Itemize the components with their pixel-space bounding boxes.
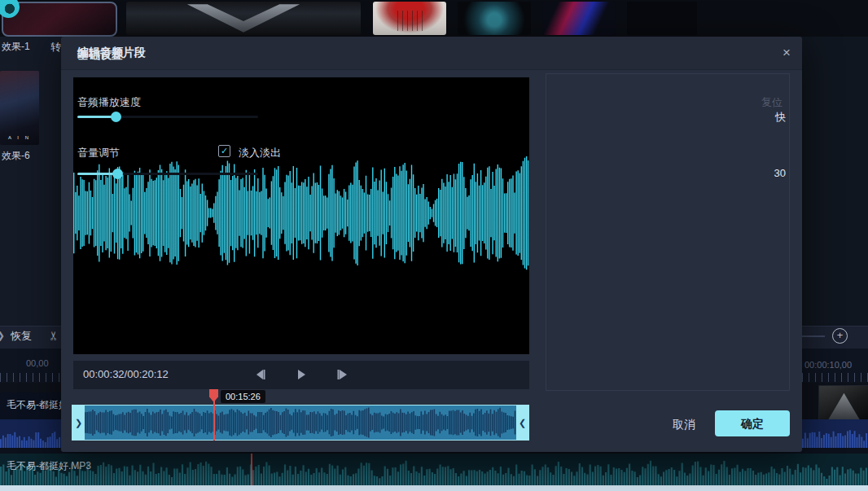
audio-waveform — [802, 419, 868, 448]
playback-controls-bar: 00:00:32/00:20:12 — [73, 361, 529, 389]
scissors-cut-icon[interactable]: ✂ — [46, 331, 61, 341]
audio-track-fragment[interactable] — [802, 419, 868, 448]
previous-frame-button[interactable] — [251, 365, 270, 384]
effect-item-label: 效果-6 — [2, 149, 30, 163]
horizontal-scrollbar[interactable] — [0, 485, 868, 491]
media-thumbnail[interactable] — [542, 2, 616, 35]
check-icon: ✓ — [219, 146, 230, 156]
chevron-right-icon: ❯ — [0, 330, 5, 341]
trim-start-handle[interactable]: ❯ — [72, 406, 85, 440]
cancel-button[interactable]: 取消 — [660, 413, 708, 436]
play-button[interactable] — [292, 365, 311, 384]
trim-end-handle[interactable]: ❮ — [516, 406, 528, 440]
edit-audio-clip-dialog: 编辑音频片段 × 00:00:32/00:20:12 ❯ — [61, 37, 802, 452]
speed-slider[interactable] — [77, 116, 258, 118]
audio-track-fragment[interactable] — [0, 419, 61, 448]
media-library-bar — [0, 0, 868, 37]
reset-button[interactable]: 复位 — [761, 95, 783, 110]
fade-checkbox[interactable]: ✓ — [218, 145, 230, 157]
dialog-header — [61, 37, 802, 70]
chevron-left-icon: ❮ — [519, 418, 526, 428]
audio-waveform — [0, 454, 868, 485]
video-frame-art — [828, 393, 860, 420]
video-editor-app: 效果-1 转 A I N 效果-6 ❯ 恢复 ✂ + 00,00 00:00:1… — [0, 0, 868, 491]
settings-section-title: 基础设置 — [77, 48, 123, 63]
main-audio-waveform — [73, 77, 529, 354]
album-art — [393, 11, 426, 31]
right-panel-fragment — [802, 37, 868, 326]
effect-item-label: 效果-1 — [2, 40, 30, 54]
next-frame-button[interactable] — [332, 365, 352, 384]
speed-fast-label: 快 — [775, 110, 786, 125]
media-thumbnail-selected[interactable] — [2, 2, 117, 37]
media-thumbnail[interactable] — [627, 2, 697, 35]
media-thumbnail[interactable] — [126, 2, 361, 35]
restore-button[interactable]: 恢复 — [11, 329, 32, 344]
timeline-playhead-line[interactable] — [251, 454, 252, 485]
audio-clip-label: 毛不易-都挺好.MP3 — [7, 398, 61, 412]
zoom-slider-track[interactable] — [802, 335, 825, 337]
ruler-ticks — [0, 373, 61, 382]
album-art — [187, 4, 300, 32]
audio-waveform — [0, 419, 61, 448]
playhead-line[interactable] — [213, 391, 215, 441]
audio-trim-strip: ❯ ❮ — [72, 405, 529, 441]
transport-controls — [73, 365, 529, 384]
audio-clip-label: 毛不易-都挺好.MP3 — [7, 459, 91, 473]
speed-label: 音频播放速度 — [77, 95, 141, 110]
audio-track-clip[interactable]: 毛不易-都挺好.MP3 — [0, 454, 868, 485]
chevron-right-icon: ❯ — [75, 418, 82, 428]
ruler-ticks — [802, 373, 868, 382]
close-icon[interactable]: × — [776, 43, 797, 63]
slider-fill — [77, 116, 116, 118]
slider-handle[interactable] — [112, 169, 123, 179]
music-badge-icon — [0, 0, 20, 18]
fade-label: 淡入淡出 — [239, 146, 281, 160]
slider-fill — [77, 173, 117, 175]
tab-transitions-partial[interactable]: 转 — [50, 40, 61, 55]
volume-slider[interactable] — [77, 173, 258, 175]
audio-waveform — [85, 406, 516, 440]
playhead-time-tooltip: 00:15:26 — [221, 390, 265, 403]
media-thumbnail[interactable] — [373, 2, 446, 35]
ruler-start-label: 00,00 — [26, 358, 49, 368]
zoom-in-icon[interactable]: + — [832, 328, 848, 344]
media-thumbnail[interactable] — [458, 2, 531, 35]
ruler-time-label: 00:00:10,00 — [804, 360, 852, 370]
waveform-preview — [73, 77, 529, 354]
slider-handle[interactable] — [111, 112, 121, 122]
volume-value: 30 — [774, 167, 786, 179]
trim-strip-waveform[interactable] — [85, 406, 516, 440]
album-caption: A I N — [0, 135, 39, 140]
volume-label: 音量调节 — [77, 146, 120, 160]
basic-settings-panel — [546, 73, 790, 391]
audio-clip-header[interactable]: 毛不易-都挺好.MP3 — [0, 392, 61, 419]
ok-button[interactable]: 确定 — [715, 410, 790, 436]
video-clip-thumbnail[interactable] — [818, 385, 868, 423]
media-item-rain-album[interactable]: A I N — [0, 71, 39, 145]
album-art — [542, 2, 616, 35]
